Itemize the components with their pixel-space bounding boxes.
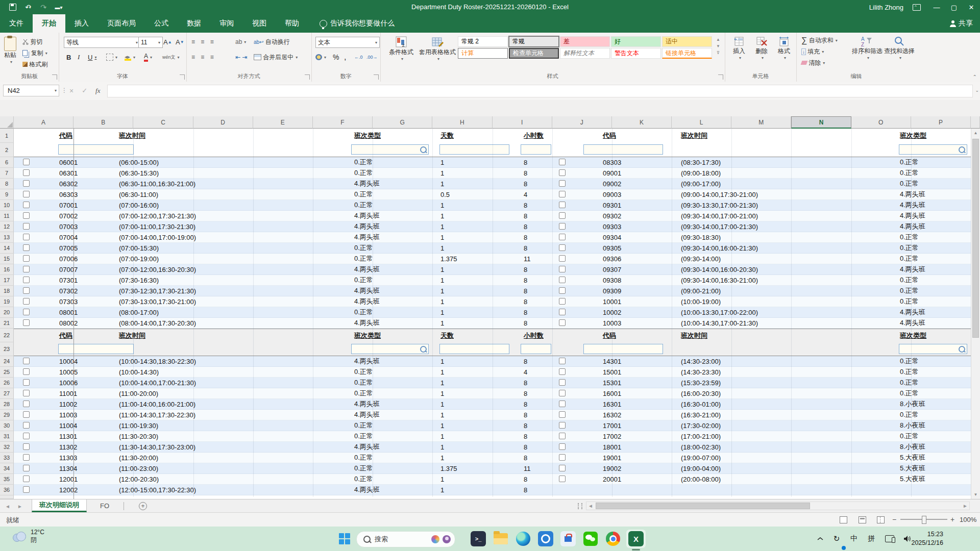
row-header-6[interactable]: 6: [0, 157, 14, 168]
cell-shift-time[interactable]: (20:00-08:00): [681, 474, 721, 484]
row-checkbox[interactable]: [23, 223, 30, 230]
column-header-H[interactable]: H: [432, 116, 492, 129]
cell-shift-time[interactable]: (06:00-15:00): [119, 157, 159, 167]
column-header-M[interactable]: M: [731, 116, 791, 129]
styles-gallery-scroll[interactable]: ▲▼⊽: [715, 36, 722, 56]
sheet-tab-active[interactable]: 班次明细说明: [32, 499, 87, 512]
cell-shift-type[interactable]: 0.正常: [354, 431, 373, 441]
cell-shift-type[interactable]: 4.两头班: [900, 318, 925, 328]
row-header-9[interactable]: 9: [0, 189, 14, 200]
cell-shift-time[interactable]: (12:00-15:00,17:30-22:30): [119, 485, 196, 495]
increase-decimal-button[interactable]: ←.0: [354, 52, 363, 62]
cell-days[interactable]: 1: [440, 420, 444, 431]
vertical-align-buttons[interactable]: ≡ ≡ ≡: [191, 37, 216, 47]
row-checkbox[interactable]: [23, 277, 30, 283]
row-checkbox[interactable]: [559, 169, 566, 176]
column-title-code[interactable]: 代码: [603, 129, 616, 143]
cell-shift-time[interactable]: (15:30-23:59): [681, 378, 721, 388]
style-警告文本[interactable]: 警告文本: [611, 48, 661, 59]
cell-hours[interactable]: 8: [524, 442, 527, 452]
row-header-13[interactable]: 13: [0, 232, 14, 243]
cell-shift-time[interactable]: (19:00-07:00): [681, 453, 721, 463]
cell-shift-time[interactable]: (11:30-20:00): [119, 453, 158, 463]
app-icon-excel[interactable]: X: [628, 531, 644, 546]
cell-shift-type[interactable]: 4.两头班: [354, 318, 380, 328]
row-header-31[interactable]: 31: [0, 431, 14, 442]
style-好[interactable]: 好: [611, 36, 661, 47]
cancel-formula-icon[interactable]: ×: [65, 87, 78, 95]
column-header-F[interactable]: F: [313, 116, 373, 129]
tray-ime-pinyin[interactable]: 拼: [865, 527, 878, 551]
number-format-combo[interactable]: 文本▾: [315, 37, 380, 48]
styles-dialog-launcher[interactable]: [718, 74, 723, 80]
cell-shift-type[interactable]: 0.正常: [900, 431, 919, 441]
format-cells-button[interactable]: 格式▾: [774, 36, 794, 60]
cell-code[interactable]: 07303: [59, 296, 78, 307]
cell-days[interactable]: 1: [440, 264, 444, 274]
row-header-16[interactable]: 16: [0, 264, 14, 275]
zoom-out-button[interactable]: −: [892, 515, 896, 523]
cell-shift-type[interactable]: 0.正常: [900, 367, 919, 377]
column-title-type[interactable]: 班次类型: [900, 129, 926, 143]
cell-shift-time[interactable]: (11:00-14:30,17:30-22:30): [119, 410, 195, 420]
row-checkbox[interactable]: [23, 390, 30, 396]
cell-shift-type[interactable]: 0.正常: [354, 168, 373, 178]
app-icon-store[interactable]: [560, 531, 576, 546]
scroll-left-icon[interactable]: ◄: [588, 502, 593, 510]
cell-shift-time[interactable]: (14:30-23:00): [681, 356, 721, 366]
cell-days[interactable]: 1: [440, 485, 444, 495]
share-button[interactable]: 共享: [950, 14, 973, 33]
row-checkbox[interactable]: [559, 191, 566, 197]
cell-shift-time[interactable]: (08:00-17:00): [119, 307, 159, 317]
row-header-32[interactable]: 32: [0, 442, 14, 453]
cell-shift-type[interactable]: 8.小夜班: [900, 399, 925, 409]
phonetic-button[interactable]: wén文▾: [160, 52, 182, 62]
cell-shift-type[interactable]: 0.正常: [900, 243, 919, 253]
shrink-font-button[interactable]: A▼: [173, 37, 187, 47]
column-header-I[interactable]: I: [493, 116, 552, 129]
percent-button[interactable]: %: [333, 52, 339, 62]
cell-hours[interactable]: 8: [524, 296, 527, 307]
cell-shift-type[interactable]: 4.两头班: [900, 221, 925, 232]
row-checkbox[interactable]: [23, 411, 30, 418]
cell-shift-time[interactable]: (07:00-14:00,17:00-19:00): [119, 232, 196, 242]
font-color-button[interactable]: A▾: [141, 52, 155, 62]
cell-shift-type[interactable]: 5.大夜班: [900, 463, 925, 473]
cell-days[interactable]: 1: [440, 410, 444, 420]
row-checkbox[interactable]: [23, 465, 30, 471]
row-header-15[interactable]: 15: [0, 254, 14, 264]
vertical-scrollbar[interactable]: ▲ ▼: [971, 129, 980, 499]
format-as-table-button[interactable]: 套用表格格式▾: [419, 36, 456, 61]
font-dialog-launcher[interactable]: [180, 74, 185, 80]
cell-code[interactable]: 06303: [59, 189, 78, 199]
app-icon-file-explorer[interactable]: [493, 531, 508, 546]
clipboard-dialog-launcher[interactable]: [52, 74, 57, 80]
row-checkbox[interactable]: [559, 180, 566, 187]
cell-hours[interactable]: 8: [524, 264, 527, 274]
column-title-days[interactable]: 天数: [440, 329, 454, 342]
cell-days[interactable]: 1: [440, 453, 444, 463]
taskbar-search[interactable]: 搜索: [356, 531, 455, 547]
row-header-19[interactable]: 19: [0, 296, 14, 307]
cell-shift-time[interactable]: (10:00-14:30,17:00-21:30): [681, 318, 758, 328]
minimize-button[interactable]: —: [928, 0, 945, 14]
cell-hours[interactable]: 4: [524, 367, 527, 377]
cell-shift-time[interactable]: (10:00-14:30): [119, 367, 159, 377]
cell-shift-type[interactable]: 4.两头班: [900, 211, 925, 221]
filter-input-1[interactable]: [351, 144, 429, 155]
formula-input[interactable]: [107, 85, 973, 97]
cell-shift-type[interactable]: 0.正常: [354, 463, 373, 473]
style-计算[interactable]: 计算: [458, 48, 508, 59]
row-header-26[interactable]: 26: [0, 378, 14, 388]
cell-shift-time[interactable]: (17:00-21:00): [681, 431, 721, 441]
row-header-29[interactable]: 29: [0, 410, 14, 420]
collapse-ribbon-icon[interactable]: ⌃: [973, 74, 977, 80]
column-header-K[interactable]: K: [612, 116, 672, 129]
cell-shift-time[interactable]: (07:30-13:00,17:30-21:00): [119, 296, 196, 307]
cell-hours[interactable]: 8: [524, 388, 527, 398]
cell-shift-type[interactable]: 0.正常: [900, 378, 919, 388]
cell-days[interactable]: 1: [440, 367, 444, 377]
cell-shift-type[interactable]: 0.正常: [900, 275, 919, 285]
filter-input-0[interactable]: [58, 144, 134, 155]
row-header-11[interactable]: 11: [0, 211, 14, 221]
